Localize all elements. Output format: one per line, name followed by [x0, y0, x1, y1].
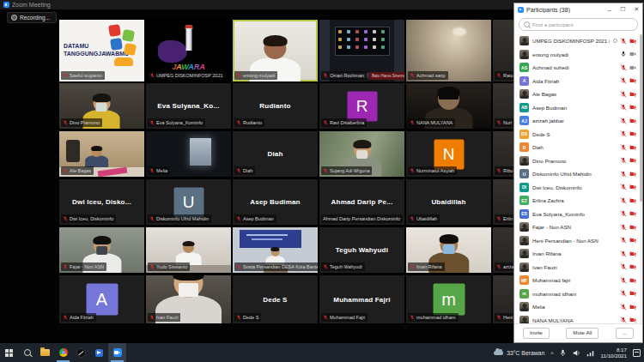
participant-row[interactable]: Fajar - Non ASN — [514, 220, 642, 234]
participant-status-icons[interactable] — [620, 277, 636, 284]
participant-row[interactable]: ASAchmad suhedi — [514, 61, 642, 75]
participant-status-icons[interactable] — [613, 38, 636, 45]
video-tile[interactable]: Irvan Rifana — [406, 227, 491, 273]
video-tile[interactable]: Ale Bagas — [59, 131, 144, 177]
video-tile[interactable]: Sosta Persandian DESA Kota Banten — [233, 227, 318, 273]
video-tile[interactable]: N Nurminatul Asyiah — [406, 131, 491, 177]
video-tile[interactable]: U Diskominfo Ufrid Mahidin — [146, 179, 231, 225]
participant-status-icons[interactable] — [620, 250, 636, 257]
network-icon[interactable] — [586, 345, 594, 360]
video-tile[interactable]: Yudo Siswanto — [146, 227, 231, 273]
video-tile[interactable]: Achmad sarip — [406, 20, 491, 81]
participant-row[interactable]: EZErlina Zachra — [514, 194, 642, 208]
taskbar-clock[interactable]: 8:17 11/10/2021 — [600, 347, 627, 359]
participant-status-icons[interactable] — [620, 317, 636, 323]
video-tile[interactable]: Ubaidillah Ubaidillah — [406, 179, 491, 225]
video-tile[interactable]: Ahmad Darip Pe...Ahmad Darip Persandian … — [319, 179, 404, 225]
video-tile[interactable]: DATAMUTANGGUNGJAWABMU Saeful sugianto — [59, 20, 144, 81]
participant-row[interactable]: DIDwi Iceu, Diskominfo — [514, 181, 642, 195]
participant-status-icons[interactable] — [620, 171, 636, 178]
participant-status-icons[interactable] — [620, 130, 636, 137]
search-taskbar-icon[interactable] — [18, 343, 36, 362]
participant-status-icons[interactable] — [620, 51, 636, 57]
participant-row[interactable]: Ivan Fauzi — [514, 261, 642, 275]
video-tile[interactable]: JAWARA UMPEG DISKOMINFOSP 2021 — [146, 20, 231, 81]
participant-status-icons[interactable] — [620, 210, 636, 217]
participant-status-icons[interactable] — [620, 304, 636, 311]
video-tile[interactable]: R Ravi Dittaberlina — [319, 83, 404, 129]
participant-status-icons[interactable] — [620, 118, 636, 124]
participant-status-icons[interactable] — [620, 290, 636, 297]
hidden-icons-chevron[interactable]: ^ — [550, 351, 553, 357]
video-tile[interactable]: Teguh Wahyudi Teguh Wahyudi — [319, 227, 404, 273]
participant-status-icons[interactable] — [620, 197, 636, 204]
participants-panel-icon — [518, 7, 524, 13]
participant-row[interactable]: mmuhammad idham — [514, 287, 642, 301]
video-tile[interactable]: NANA MULYANA — [406, 83, 491, 129]
zoom-taskbar-icon[interactable] — [108, 343, 126, 362]
participant-row[interactable]: UDiskominfo Ufrid Mahidin — [514, 167, 642, 181]
participant-row[interactable]: Dino Pramono — [514, 154, 642, 168]
participant-row[interactable]: MFMuhammad fajri — [514, 274, 642, 287]
start-taskbar-icon[interactable] — [0, 343, 18, 362]
participant-row[interactable]: ESEva Sulyana_Kominfo — [514, 208, 642, 221]
video-tile[interactable]: Muhammad Fajri Muhammad Fajri — [319, 275, 404, 323]
participant-row[interactable]: NANA MULYANA — [514, 314, 642, 324]
weather-widget[interactable]: 33°C Berawan — [494, 350, 544, 356]
participant-status-icons[interactable] — [620, 77, 636, 84]
video-tile[interactable]: Melia — [146, 131, 231, 177]
video-tile[interactable]: entong mulyadi — [233, 20, 318, 81]
speaker-tray-icon[interactable] — [573, 345, 580, 360]
video-tile[interactable]: Oman RochmanBatu Harus Sinematik — [319, 20, 404, 81]
mute-all-button[interactable]: Mute All — [566, 328, 598, 338]
participant-row[interactable]: DSDede S — [514, 128, 642, 142]
participant-status-icons[interactable] — [620, 64, 636, 71]
chrome-taskbar-icon[interactable] — [54, 343, 72, 362]
participant-row[interactable]: Irvan Rifana — [514, 247, 642, 261]
recording-indicator[interactable]: Recording... — [7, 12, 57, 23]
blue-app-taskbar-icon[interactable] — [90, 343, 108, 362]
video-tile[interactable]: Dwi Iceu, Disko... Dwi Iceu, Diskominfo — [59, 179, 144, 225]
participant-status-icons[interactable] — [620, 91, 636, 98]
video-tile[interactable]: Diah Diah — [233, 131, 318, 177]
minimize-button[interactable]: – — [604, 4, 615, 15]
microphone-tray-icon[interactable] — [559, 345, 567, 360]
video-tile[interactable]: Sujang Adi Wiguna — [319, 131, 404, 177]
participant-status-icons[interactable] — [620, 104, 636, 111]
participant-status-icons[interactable] — [620, 184, 636, 190]
video-tile[interactable]: m muhammad idham — [406, 275, 491, 323]
participant-row[interactable]: Heni Persandian - Non ASN — [514, 234, 642, 248]
participant-row[interactable]: AJazizah jabbar — [514, 114, 642, 128]
participant-row[interactable]: entong mulyadi — [514, 48, 642, 62]
participant-status-icons[interactable] — [620, 157, 636, 164]
action-center-icon[interactable] — [633, 349, 641, 357]
photos-taskbar-icon[interactable] — [72, 343, 90, 362]
participant-row[interactable]: ABAsep Budiman — [514, 101, 642, 115]
participant-row[interactable]: DDiah — [514, 141, 642, 154]
participant-status-icons[interactable] — [620, 263, 636, 270]
video-tile[interactable]: Asep Budiman Asep Budiman — [233, 179, 318, 225]
host-options-icon[interactable] — [613, 39, 617, 43]
scrollbar[interactable] — [640, 34, 642, 323]
file-explorer-taskbar-icon[interactable] — [36, 343, 54, 362]
video-tile[interactable]: Rudianto Rudianto — [233, 83, 318, 129]
video-tile[interactable]: A Aida Fitriah — [59, 275, 144, 323]
video-tile[interactable]: Eva Sulyana_Ko... Eva Sulyana_Kominfo — [146, 83, 231, 129]
video-tile[interactable]: Ivan Fauzi — [146, 275, 231, 323]
participant-status-icons[interactable] — [620, 224, 636, 231]
tile-name-label: Oman Rochman — [321, 71, 367, 80]
participant-status-icons[interactable] — [620, 144, 636, 151]
participant-search-input[interactable]: Find a participant — [519, 18, 638, 31]
participant-status-icons[interactable] — [620, 237, 636, 244]
video-tile[interactable]: Fajar - Non ASN — [59, 227, 144, 273]
video-tile[interactable]: Dino Pramono — [59, 83, 144, 129]
maximize-button[interactable]: ☐ — [617, 4, 629, 15]
video-tile[interactable]: Dede S Dede S — [233, 275, 318, 323]
participant-row[interactable]: Ale Bagas — [514, 87, 642, 101]
participant-row[interactable]: UMPEG DISKOMINFOSP 2021 (Host, me) — [514, 34, 642, 48]
invite-button[interactable]: Invite — [523, 328, 550, 338]
participant-row[interactable]: Melia — [514, 300, 642, 314]
more-options-button[interactable]: ... — [616, 328, 634, 338]
participant-row[interactable]: AAida Fitriah — [514, 75, 642, 88]
close-button[interactable]: ✕ — [631, 4, 642, 15]
